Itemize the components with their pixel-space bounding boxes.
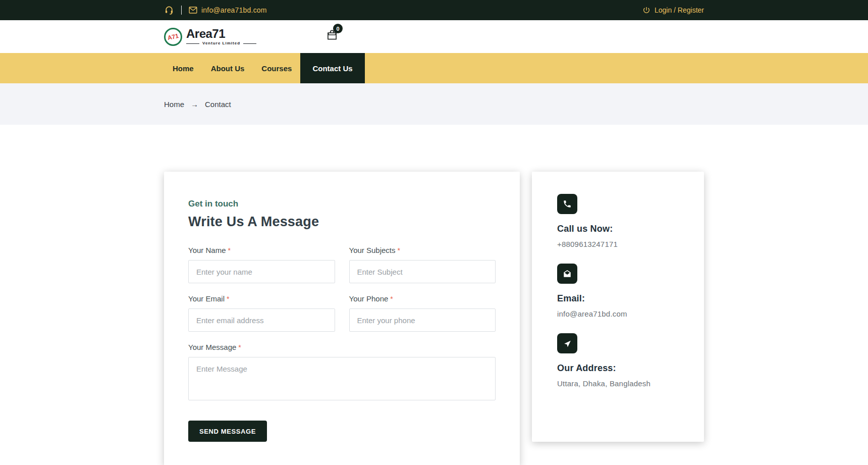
message-textarea[interactable]	[188, 357, 496, 400]
subject-label: Your Subjects*	[349, 246, 496, 254]
phone-input[interactable]	[349, 308, 496, 332]
info-value-address: Uttara, Dhaka, Bangladesh	[557, 379, 679, 388]
phone-label: Your Phone*	[349, 294, 496, 303]
site-header: A71 Area71 Venture Limited 0	[0, 20, 868, 53]
required-asterisk: *	[398, 246, 400, 254]
nav-item-home[interactable]: Home	[164, 53, 202, 83]
contact-form: Your Name* Your Subjects* Your Email*	[188, 246, 496, 442]
breadcrumb-arrow-icon: →	[191, 100, 198, 109]
form-title: Write Us A Message	[188, 214, 496, 230]
power-icon	[642, 6, 650, 14]
send-message-button[interactable]: SEND MESSAGE	[188, 421, 267, 442]
info-item-email: Email: info@area71bd.com	[557, 264, 679, 318]
logo-icon: A71	[164, 28, 182, 46]
email-input[interactable]	[188, 308, 335, 332]
main-nav: Home About Us Courses Contact Us	[0, 53, 868, 83]
subject-input[interactable]	[349, 260, 496, 283]
top-bar: info@area71bd.com Login / Register	[0, 0, 868, 20]
info-title-email: Email:	[557, 293, 679, 304]
envelope-outline-icon	[189, 7, 197, 14]
breadcrumb-home-link[interactable]: Home	[164, 100, 184, 109]
nav-item-courses[interactable]: Courses	[253, 53, 300, 83]
location-arrow-icon	[557, 333, 577, 353]
subject-field-group: Your Subjects*	[349, 246, 496, 283]
name-field-group: Your Name*	[188, 246, 335, 283]
logo-tagline: Venture Limited	[186, 41, 256, 45]
info-item-address: Our Address: Uttara, Dhaka, Bangladesh	[557, 333, 679, 388]
topbar-email-link[interactable]: info@area71bd.com	[189, 6, 267, 14]
topbar-divider	[181, 6, 182, 15]
logo-text: Area71	[186, 28, 256, 40]
message-field-group: Your Message*	[188, 343, 496, 402]
nav-item-about-us[interactable]: About Us	[202, 53, 253, 83]
breadcrumb: Home → Contact	[0, 83, 868, 125]
email-label: Your Email*	[188, 294, 335, 303]
required-asterisk: *	[228, 246, 231, 254]
nav-item-contact-us[interactable]: Contact Us	[300, 53, 364, 83]
info-title-address: Our Address:	[557, 363, 679, 374]
cart-button[interactable]: 0	[326, 28, 339, 43]
required-asterisk: *	[238, 343, 241, 351]
main-content: Get in touch Write Us A Message Your Nam…	[0, 125, 868, 465]
breadcrumb-current: Contact	[205, 100, 231, 109]
login-register-text: Login / Register	[655, 6, 704, 14]
required-asterisk: *	[390, 295, 393, 303]
topbar-email-text: info@area71bd.com	[201, 6, 267, 14]
envelope-icon	[557, 264, 577, 284]
info-title-phone: Call us Now:	[557, 224, 679, 234]
headset-icon	[164, 5, 174, 15]
contact-info-card: Call us Now: +8809613247171 Email: info@…	[532, 172, 704, 442]
logo-monogram: A71	[167, 32, 179, 41]
email-field-group: Your Email*	[188, 294, 335, 332]
contact-form-card: Get in touch Write Us A Message Your Nam…	[164, 172, 520, 465]
info-item-phone: Call us Now: +8809613247171	[557, 194, 679, 248]
info-value-phone: +8809613247171	[557, 240, 679, 248]
login-register-link[interactable]: Login / Register	[642, 6, 704, 14]
site-logo[interactable]: A71 Area71 Venture Limited	[164, 28, 256, 46]
form-eyebrow: Get in touch	[188, 199, 496, 209]
message-label: Your Message*	[188, 343, 496, 351]
name-input[interactable]	[188, 260, 335, 283]
info-value-email: info@area71bd.com	[557, 309, 679, 318]
phone-icon	[557, 194, 577, 214]
phone-field-group: Your Phone*	[349, 294, 496, 332]
shopping-bag-icon	[326, 34, 339, 43]
required-asterisk: *	[227, 295, 229, 303]
cart-count-badge: 0	[333, 24, 343, 33]
name-label: Your Name*	[188, 246, 335, 254]
